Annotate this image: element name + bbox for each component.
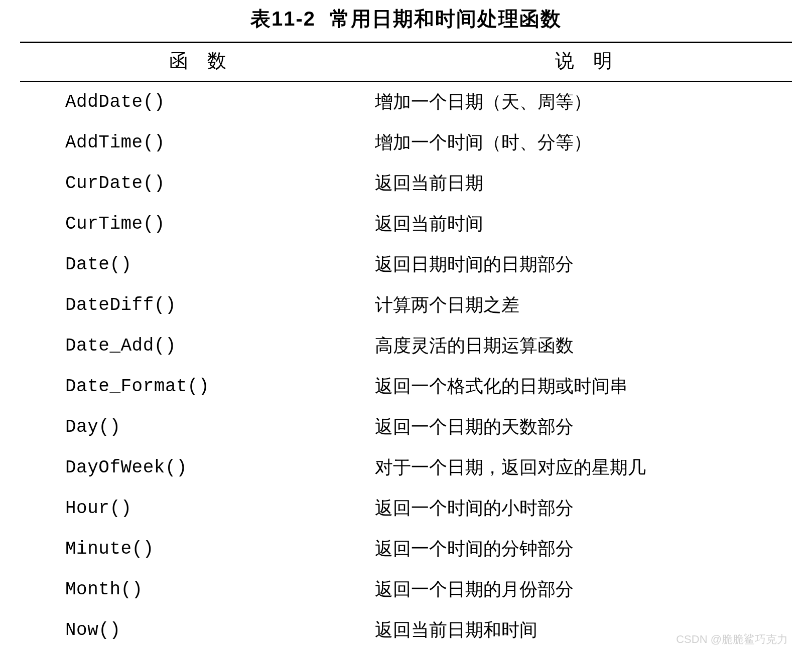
table-header-row: 函 数 说 明 bbox=[20, 43, 792, 82]
function-name-cell: AddDate() bbox=[20, 81, 375, 122]
table-row: Date_Format()返回一个格式化的日期或时间串 bbox=[20, 366, 792, 407]
header-description: 说 明 bbox=[375, 43, 792, 82]
description-cell: 增加一个日期（天、周等） bbox=[375, 81, 792, 122]
table-row: Date_Add()高度灵活的日期运算函数 bbox=[20, 325, 792, 366]
function-name-cell: CurTime() bbox=[20, 204, 375, 244]
caption-title: 常用日期和时间处理函数 bbox=[330, 8, 562, 30]
description-cell: 返回一个时间的小时部分 bbox=[375, 488, 792, 529]
function-name-cell: Day() bbox=[20, 407, 375, 447]
description-cell: 增加一个时间（时、分等） bbox=[375, 122, 792, 163]
function-name-cell: Month() bbox=[20, 569, 375, 610]
table-row: DayOfWeek()对于一个日期，返回对应的星期几 bbox=[20, 447, 792, 488]
description-cell: 返回当前日期和时间 bbox=[375, 610, 792, 650]
table-row: DateDiff()计算两个日期之差 bbox=[20, 285, 792, 325]
description-cell: 对于一个日期，返回对应的星期几 bbox=[375, 447, 792, 488]
function-name-cell: Second() bbox=[20, 650, 375, 654]
table-row: AddTime()增加一个时间（时、分等） bbox=[20, 122, 792, 163]
function-name-cell: Minute() bbox=[20, 529, 375, 569]
header-function: 函 数 bbox=[20, 43, 375, 82]
table-row: Minute()返回一个时间的分钟部分 bbox=[20, 529, 792, 569]
function-table: 函 数 说 明 AddDate()增加一个日期（天、周等）AddTime()增加… bbox=[20, 42, 792, 654]
table-row: CurDate()返回当前日期 bbox=[20, 163, 792, 204]
description-cell: 返回一个时间的分钟部分 bbox=[375, 529, 792, 569]
description-cell: 返回日期时间的日期部分 bbox=[375, 244, 792, 285]
table-row: AddDate()增加一个日期（天、周等） bbox=[20, 81, 792, 122]
function-name-cell: Date() bbox=[20, 244, 375, 285]
description-cell: 返回一个日期的天数部分 bbox=[375, 407, 792, 447]
function-name-cell: Hour() bbox=[20, 488, 375, 529]
description-cell: 计算两个日期之差 bbox=[375, 285, 792, 325]
description-cell: 返回当前时间 bbox=[375, 204, 792, 244]
description-cell: 返回一个时间的秒部分 bbox=[375, 650, 792, 654]
table-body: AddDate()增加一个日期（天、周等）AddTime()增加一个时间（时、分… bbox=[20, 81, 792, 654]
description-cell: 返回当前日期 bbox=[375, 163, 792, 204]
page-container: 表11-2常用日期和时间处理函数 函 数 说 明 AddDate()增加一个日期… bbox=[0, 5, 812, 654]
table-row: Hour()返回一个时间的小时部分 bbox=[20, 488, 792, 529]
caption-label: 表11-2 bbox=[250, 8, 316, 30]
table-row: CurTime()返回当前时间 bbox=[20, 204, 792, 244]
description-cell: 返回一个日期的月份部分 bbox=[375, 569, 792, 610]
function-name-cell: CurDate() bbox=[20, 163, 375, 204]
description-cell: 返回一个格式化的日期或时间串 bbox=[375, 366, 792, 407]
function-name-cell: DayOfWeek() bbox=[20, 447, 375, 488]
table-row: Month()返回一个日期的月份部分 bbox=[20, 569, 792, 610]
table-row: Date()返回日期时间的日期部分 bbox=[20, 244, 792, 285]
function-name-cell: DateDiff() bbox=[20, 285, 375, 325]
table-caption: 表11-2常用日期和时间处理函数 bbox=[20, 5, 792, 33]
function-name-cell: Now() bbox=[20, 610, 375, 650]
table-row: Second()返回一个时间的秒部分 bbox=[20, 650, 792, 654]
description-cell: 高度灵活的日期运算函数 bbox=[375, 325, 792, 366]
table-row: Now()返回当前日期和时间 bbox=[20, 610, 792, 650]
function-name-cell: Date_Format() bbox=[20, 366, 375, 407]
function-name-cell: AddTime() bbox=[20, 122, 375, 163]
function-name-cell: Date_Add() bbox=[20, 325, 375, 366]
table-row: Day()返回一个日期的天数部分 bbox=[20, 407, 792, 447]
